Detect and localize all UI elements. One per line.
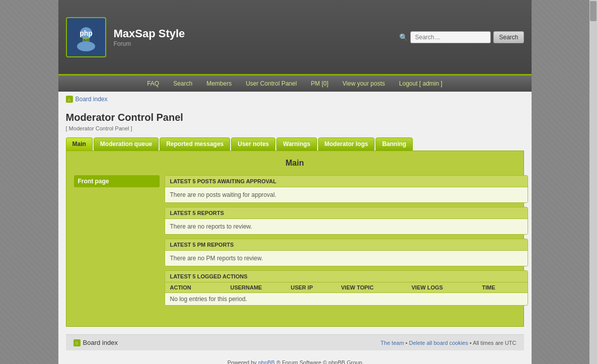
section-pm-reports-body: There are no PM reports to review. — [165, 251, 528, 266]
footer-home-icon: ⌂ — [73, 339, 81, 346]
nav-search[interactable]: Search — [166, 76, 199, 92]
sidebar-front-page: Front page — [74, 175, 160, 187]
tab-user-notes[interactable]: User notes — [231, 137, 275, 151]
page-title: Moderator Control Panel — [66, 112, 524, 123]
tab-moderator-logs[interactable]: Moderator logs — [318, 137, 375, 151]
section-reports: LATEST 5 REPORTS There are no reports to… — [165, 207, 528, 235]
bottom-bar: Powered by phpBB ® Forum Software © phpB… — [58, 355, 532, 364]
header-search: 🔍 Search — [399, 31, 531, 43]
section-logged-actions-header: LATEST 5 LOGGED ACTIONS — [165, 271, 528, 282]
breadcrumb: ⌂ Board index — [58, 92, 532, 107]
scrollbar-thumb[interactable] — [590, 1, 596, 21]
scrollbar[interactable] — [589, 0, 597, 364]
panel-body: Front page LATEST 5 POSTS AWAITING APPRO… — [74, 175, 516, 306]
footer-timezone: All times are UTC — [473, 340, 516, 346]
svg-text:php: php — [80, 29, 93, 37]
col-username: USERNAME — [231, 284, 291, 290]
site-title-area: MaxSap Style Forum — [114, 27, 185, 47]
section-logged-actions: LATEST 5 LOGGED ACTIONS ACTION USERNAME … — [165, 270, 528, 306]
site-logo: php BB — [66, 17, 106, 57]
home-icon: ⌂ — [66, 96, 73, 103]
footer-right: The team • Delete all board cookies • Al… — [381, 340, 516, 346]
software-info: ® Forum Software © phpBB Group — [276, 359, 362, 364]
tab-warnings[interactable]: Warnings — [276, 137, 317, 151]
nav-view-posts[interactable]: View your posts — [335, 76, 392, 92]
page-subtitle: [ Moderator Control Panel ] — [66, 125, 524, 131]
right-content: LATEST 5 POSTS AWAITING APPROVAL There a… — [165, 175, 528, 306]
nav-ucp[interactable]: User Control Panel — [239, 76, 304, 92]
footer-board-index[interactable]: Board index — [83, 339, 118, 346]
nav-faq[interactable]: FAQ — [140, 76, 166, 92]
section-posts-awaiting: LATEST 5 POSTS AWAITING APPROVAL There a… — [165, 175, 528, 203]
powered-by: Powered by — [228, 359, 257, 364]
tab-bar: Main Moderation queue Reported messages … — [66, 137, 524, 151]
footer-left: ⌂ Board index — [73, 339, 118, 346]
site-title: MaxSap Style — [114, 27, 185, 40]
search-input[interactable] — [410, 31, 491, 43]
panel-title: Main — [74, 159, 516, 168]
nav-members[interactable]: Members — [199, 76, 239, 92]
logged-actions-table-body: No log entries for this period. — [165, 293, 528, 305]
search-icon: 🔍 — [399, 33, 408, 41]
main-panel: Main Front page LATEST 5 POSTS AWAITING … — [66, 151, 524, 327]
footer-delete-cookies[interactable]: Delete all board cookies — [409, 340, 468, 346]
main-content: Moderator Control Panel [ Moderator Cont… — [58, 107, 532, 355]
site-subtitle: Forum — [114, 40, 185, 47]
no-log-entries: No log entries for this period. — [170, 296, 523, 303]
tab-reported-messages[interactable]: Reported messages — [160, 137, 230, 151]
svg-text:BB: BB — [82, 37, 89, 42]
section-reports-body: There are no reports to review. — [165, 219, 528, 234]
logo-area: php BB MaxSap Style Forum — [58, 17, 185, 57]
section-posts-awaiting-body: There are no posts waiting for approval. — [165, 187, 528, 202]
footer-breadcrumb: ⌂ Board index The team • Delete all boar… — [66, 334, 524, 350]
col-action: ACTION — [170, 284, 231, 290]
search-button[interactable]: Search — [493, 31, 524, 43]
left-sidebar: Front page — [74, 175, 160, 306]
col-view-logs: VIEW LOGS — [412, 284, 482, 290]
tab-main[interactable]: Main — [66, 137, 93, 151]
svg-point-2 — [77, 41, 95, 51]
nav-pm[interactable]: PM [0] — [304, 76, 336, 92]
section-pm-reports: LATEST 5 PM REPORTS There are no PM repo… — [165, 239, 528, 266]
navbar: FAQ Search Members User Control Panel PM… — [58, 76, 532, 92]
phpbb-link[interactable]: phpBB — [258, 359, 275, 364]
footer-team-link[interactable]: The team — [381, 340, 404, 346]
section-reports-header: LATEST 5 REPORTS — [165, 207, 528, 219]
section-pm-reports-header: LATEST 5 PM REPORTS — [165, 239, 528, 251]
site-header: php BB MaxSap Style Forum 🔍 Search — [58, 0, 532, 76]
breadcrumb-home[interactable]: Board index — [76, 96, 108, 103]
nav-logout[interactable]: Logout [ admin ] — [392, 76, 450, 92]
tab-banning[interactable]: Banning — [376, 137, 413, 151]
tab-moderation-queue[interactable]: Moderation queue — [94, 137, 159, 151]
col-view-topic: VIEW TOPIC — [341, 284, 412, 290]
section-posts-awaiting-header: LATEST 5 POSTS AWAITING APPROVAL — [165, 176, 528, 187]
footer-separator1: • — [406, 340, 409, 346]
logged-actions-table-header: ACTION USERNAME USER IP VIEW TOPIC VIEW … — [165, 282, 528, 293]
col-time: TIME — [482, 284, 523, 290]
col-user-ip: USER IP — [291, 284, 341, 290]
